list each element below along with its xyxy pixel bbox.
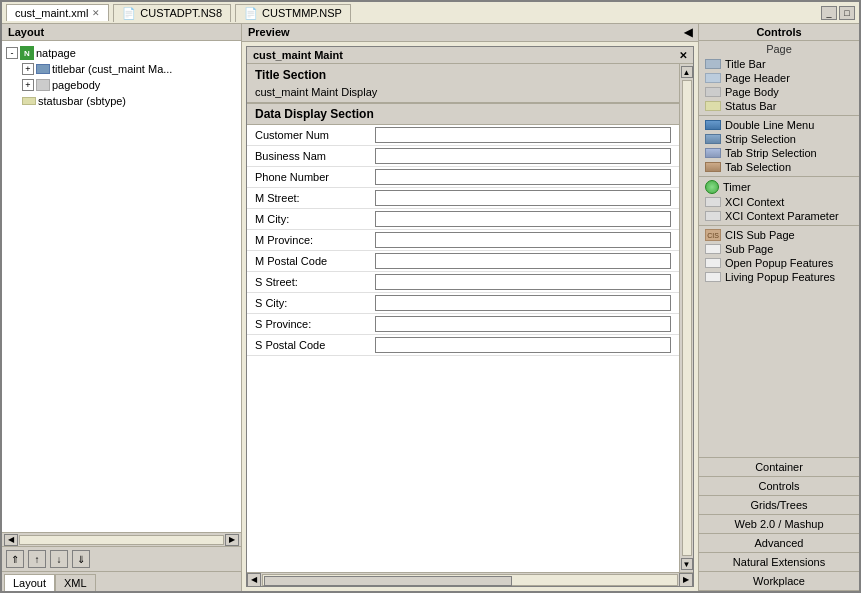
ctrl-page-header-label: Page Header [725,72,790,84]
tree-item-natpage[interactable]: - N natpage [6,45,237,61]
natpage-icon: N [20,46,34,60]
tab-label: cust_maint.xml [15,7,88,19]
hscroll-thumb [264,576,512,586]
preview-collapse-icon[interactable]: ◀ [684,26,692,39]
pagebody-icon [36,78,50,92]
status-bar-icon [705,101,721,111]
control-sub-page[interactable]: Sub Page [699,242,859,256]
ctrl-xci-param-label: XCI Context Parameter [725,210,839,222]
xci-context-icon [705,197,721,207]
tab-custadpt[interactable]: 📄 CUSTADPT.NS8 [113,4,231,22]
bottom-advanced[interactable]: Advanced [699,534,859,553]
title-bar-icon [705,59,721,69]
bottom-controls[interactable]: Controls [699,477,859,496]
field-label: M Street: [255,192,375,204]
tab-icon: 📄 [122,7,136,20]
preview-content: cust_maint Maint ✕ Title Section cust_ma… [242,42,698,591]
preview-body: Title Section cust_maint Maint Display D… [247,64,693,572]
timer-icon [705,180,719,194]
preview-close-icon[interactable]: ✕ [679,50,687,61]
field-input[interactable] [375,316,671,332]
control-xci-context-param[interactable]: XCI Context Parameter [699,209,859,223]
field-input[interactable] [375,148,671,164]
ctrl-double-line-label: Double Line Menu [725,119,814,131]
expander-pagebody[interactable]: + [22,79,34,91]
title-section-header: Title Section [255,68,671,82]
ctrl-strip-selection-label: Strip Selection [725,133,796,145]
tab-strip-selection-icon [705,148,721,158]
move-down-button[interactable]: ↓ [50,550,68,568]
controls-page-label: Page [699,41,859,57]
control-double-line-menu[interactable]: Double Line Menu [699,118,859,132]
field-input[interactable] [375,337,671,353]
living-popup-icon [705,272,721,282]
scroll-right-button[interactable]: ▶ [225,534,239,546]
control-tab-strip-selection[interactable]: Tab Strip Selection [699,146,859,160]
control-page-header[interactable]: Page Header [699,71,859,85]
control-page-body[interactable]: Page Body [699,85,859,99]
hscroll-left-button[interactable]: ◀ [247,573,261,587]
tree-item-pagebody[interactable]: + pagebody [6,77,237,93]
control-status-bar[interactable]: Status Bar [699,99,859,113]
tab-xml[interactable]: XML [55,574,96,591]
sub-page-icon [705,244,721,254]
tab-label: CUSTMMP.NSP [262,7,342,19]
control-open-popup[interactable]: Open Popup Features [699,256,859,270]
field-input[interactable] [375,211,671,227]
field-input[interactable] [375,190,671,206]
field-input[interactable] [375,232,671,248]
vscroll-down-button[interactable]: ▼ [681,558,693,570]
bottom-natural-ext[interactable]: Natural Extensions [699,553,859,572]
close-icon[interactable]: ✕ [92,8,100,18]
main-area: Layout - N natpage + titlebar (c [2,24,859,591]
field-input[interactable] [375,274,671,290]
maximize-button[interactable]: □ [839,6,855,20]
hscroll-right-button[interactable]: ▶ [679,573,693,587]
field-row-m-city: M City: [247,209,679,230]
field-input[interactable] [375,169,671,185]
field-input[interactable] [375,253,671,269]
field-input[interactable] [375,127,671,143]
bottom-container[interactable]: Container [699,458,859,477]
bottom-workplace[interactable]: Workplace [699,572,859,591]
ctrl-living-popup-label: Living Popup Features [725,271,835,283]
move-up-button[interactable]: ↑ [28,550,46,568]
expander-titlebar[interactable]: + [22,63,34,75]
vscroll-up-button[interactable]: ▲ [681,66,693,78]
move-top-button[interactable]: ⇑ [6,550,24,568]
control-cis-sub-page[interactable]: CIS CIS Sub Page [699,228,859,242]
field-label: S City: [255,297,375,309]
field-input[interactable] [375,295,671,311]
control-tab-selection[interactable]: Tab Selection [699,160,859,174]
control-living-popup[interactable]: Living Popup Features [699,270,859,284]
bottom-grids-trees[interactable]: Grids/Trees [699,496,859,515]
open-popup-icon [705,258,721,268]
control-title-bar[interactable]: Title Bar [699,57,859,71]
minimize-button[interactable]: _ [821,6,837,20]
ctrl-tab-strip-label: Tab Strip Selection [725,147,817,159]
scroll-left-button[interactable]: ◀ [4,534,18,546]
ctrl-tab-selection-label: Tab Selection [725,161,791,173]
tab-custmmp[interactable]: 📄 CUSTMMP.NSP [235,4,351,22]
tab-layout[interactable]: Layout [4,574,55,591]
xci-context-param-icon [705,211,721,221]
control-strip-selection[interactable]: Strip Selection [699,132,859,146]
bottom-web20[interactable]: Web 2.0 / Mashup [699,515,859,534]
field-row-s-province: S Province: [247,314,679,335]
ctrl-sub-page-label: Sub Page [725,243,773,255]
expander-natpage[interactable]: - [6,47,18,59]
move-bottom-button[interactable]: ⇓ [72,550,90,568]
control-xci-context[interactable]: XCI Context [699,195,859,209]
field-row-business-name: Business Nam [247,146,679,167]
field-label: M Province: [255,234,375,246]
tree-item-statusbar[interactable]: statusbar (sbtype) [6,93,237,109]
field-label: S Street: [255,276,375,288]
tab-cust-maint[interactable]: cust_maint.xml ✕ [6,4,109,21]
control-timer[interactable]: Timer [699,179,859,195]
tree-item-titlebar[interactable]: + titlebar (cust_maint Ma... [6,61,237,77]
ctrl-xci-context-label: XCI Context [725,196,784,208]
strip-selection-icon [705,134,721,144]
layout-hscroll: ◀ ▶ [2,532,241,546]
layout-tree: - N natpage + titlebar (cust_maint Ma... [2,41,241,532]
form-fields: Customer Num Business Nam Phone Number [247,125,679,356]
